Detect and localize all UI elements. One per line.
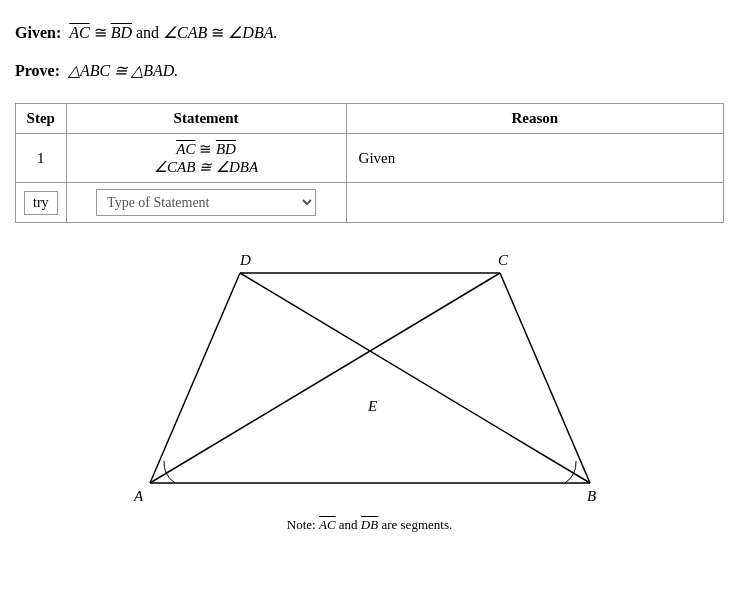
prove-triangles: △ABC ≅ △BAD. bbox=[68, 62, 178, 79]
note-db: DB bbox=[361, 517, 378, 532]
note-line: Note: AC and DB are segments. bbox=[15, 517, 724, 533]
note-post: are segments. bbox=[381, 517, 452, 532]
label-c: C bbox=[498, 252, 509, 268]
line-ac bbox=[150, 273, 500, 483]
label-a: A bbox=[133, 488, 144, 504]
col-statement: Statement bbox=[66, 104, 346, 134]
try-row: try Type of Statement Segment Angle Tria… bbox=[16, 183, 724, 223]
given-congruent-1: ≅ bbox=[94, 24, 111, 41]
note-pre: Note: bbox=[287, 517, 319, 532]
label-d: D bbox=[239, 252, 251, 268]
col-step: Step bbox=[16, 104, 67, 134]
try-cell: try bbox=[16, 183, 67, 223]
given-label: Given: bbox=[15, 24, 61, 41]
line-ad bbox=[150, 273, 240, 483]
step-number: 1 bbox=[16, 134, 67, 183]
given-statement: Given: AC ≅ BD and ∠CAB ≅ ∠DBA. bbox=[15, 20, 724, 46]
given-angle2: ∠DBA. bbox=[228, 24, 277, 41]
note-mid: and bbox=[339, 517, 361, 532]
given-angle1: ∠CAB bbox=[163, 24, 207, 41]
note-ac: AC bbox=[319, 517, 336, 532]
line-db bbox=[240, 273, 590, 483]
prove-label: Prove: bbox=[15, 62, 60, 79]
reason-cell: Given bbox=[346, 134, 723, 183]
geometry-svg: D C A B E bbox=[120, 243, 620, 513]
dropdown-cell: Type of Statement Segment Angle Triangle bbox=[66, 183, 346, 223]
statement-cell: AC ≅ BD ∠CAB ≅ ∠DBA bbox=[66, 134, 346, 183]
given-ac: AC bbox=[69, 24, 89, 41]
col-reason: Reason bbox=[346, 104, 723, 134]
stmt-angles: ∠CAB ≅ ∠DBA bbox=[154, 159, 258, 175]
label-e: E bbox=[367, 398, 377, 414]
stmt-bd: BD bbox=[216, 141, 236, 157]
prove-statement: Prove: △ABC ≅ △BAD. bbox=[15, 58, 724, 84]
given-bd: BD bbox=[111, 24, 132, 41]
given-congruent-2: ≅ bbox=[211, 24, 228, 41]
line-bc bbox=[500, 273, 590, 483]
label-b: B bbox=[587, 488, 596, 504]
try-reason-cell bbox=[346, 183, 723, 223]
given-and: and bbox=[136, 24, 163, 41]
geometry-diagram: D C A B E Note: AC and DB are segments. bbox=[15, 243, 724, 533]
stmt-cong1: ≅ bbox=[199, 141, 216, 157]
type-of-statement-dropdown[interactable]: Type of Statement Segment Angle Triangle bbox=[96, 189, 316, 216]
table-row: 1 AC ≅ BD ∠CAB ≅ ∠DBA Given bbox=[16, 134, 724, 183]
proof-table: Step Statement Reason 1 AC ≅ BD ∠CAB ≅ ∠… bbox=[15, 103, 724, 223]
try-button[interactable]: try bbox=[24, 191, 58, 215]
stmt-ac: AC bbox=[176, 141, 195, 157]
